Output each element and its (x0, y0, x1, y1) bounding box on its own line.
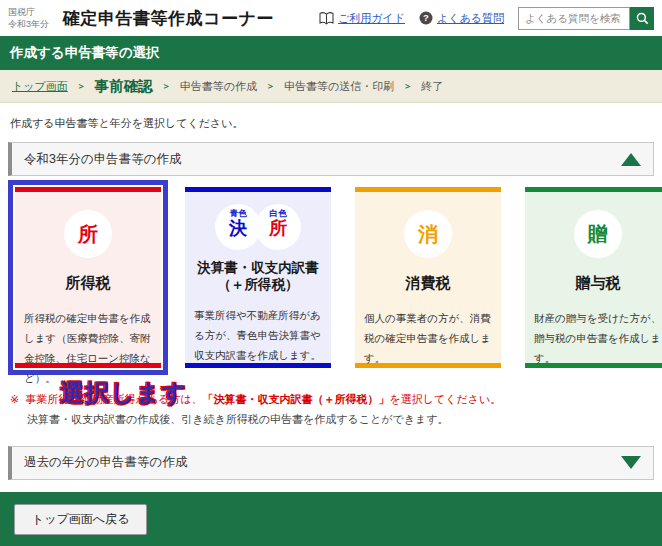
header-links: ご利用ガイド ? よくある質問 (319, 7, 654, 30)
app-header: 国税庁 令和3年分 確定申告書等作成コーナー ご利用ガイド ? よくある質問 (0, 0, 662, 36)
consumption-tax-badge-icon: 消 (404, 210, 452, 258)
agency-label: 国税庁 令和3年分 (8, 7, 49, 30)
note-line-1: ※事業所得や不動産所得がある方は、「決算書・収支内訳書（＋所得税）」を選択してく… (10, 390, 652, 410)
footer-bar: トップ画面へ戻る (0, 492, 662, 546)
card-description: 所得税の確定申告書を作成します（医療費控除、寄附金控除、住宅ローン控除など）。 (24, 309, 152, 389)
blue-white-badge-icons: 青色 決 白色 所 (194, 204, 322, 250)
search-button[interactable] (630, 7, 654, 30)
section-title: 過去の年分の申告書等の作成 (24, 454, 187, 471)
breadcrumb-current-step: 事前確認 (95, 77, 153, 96)
tax-filing-page: { "header": { "agency_line1": "国税庁", "ag… (0, 0, 662, 546)
note-marker: ※ (10, 393, 19, 405)
expand-arrow-icon[interactable] (621, 456, 641, 469)
card-description: 個人の事業者の方が、消費税の確定申告書を作成します。 (364, 309, 492, 369)
card-consumption-tax[interactable]: 消 消費税 個人の事業者の方が、消費税の確定申告書を作成します。 (348, 180, 508, 375)
note-line-2: 決算書・収支内訳書の作成後、引き続き所得税の申告書を作成することができます。 (27, 410, 652, 430)
gift-tax-badge-icon: 贈 (574, 210, 622, 258)
breadcrumb-step: 申告書等の作成 (180, 79, 257, 94)
breadcrumb: トップ画面 ＞ 事前確認 ＞ 申告書等の作成 ＞ 申告書等の送信・印刷 ＞ 終了 (0, 70, 662, 103)
card-income-tax[interactable]: 所 所得税 所得税の確定申告書を作成します（医療費控除、寄附金控除、住宅ローン控… (8, 180, 168, 375)
chevron-separator: ＞ (162, 80, 171, 93)
instruction-text: 作成する申告書等と年分を選択してください。 (0, 103, 662, 142)
collapse-arrow-icon[interactable] (621, 153, 641, 166)
card-description: 財産の贈与を受けた方が、贈与税の申告書を作成します。 (534, 309, 662, 369)
current-year-section-header[interactable]: 令和3年分の申告書等の作成 (8, 142, 654, 176)
white-return-badge-icon: 白色 所 (255, 204, 301, 250)
note: ※事業所得や不動産所得がある方は、「決算書・収支内訳書（＋所得税）」を選択してく… (10, 390, 652, 430)
book-icon (319, 12, 334, 25)
chevron-separator: ＞ (77, 80, 86, 93)
back-to-top-button[interactable]: トップ画面へ戻る (14, 504, 147, 535)
breadcrumb-step: 終了 (421, 79, 443, 94)
past-years-section-header[interactable]: 過去の年分の申告書等の作成 (8, 446, 654, 480)
faq-link[interactable]: ? よくある質問 (419, 11, 504, 26)
search-input[interactable] (518, 7, 630, 30)
section-title: 令和3年分の申告書等の作成 (24, 151, 182, 168)
page-title: 作成する申告書等の選択 (0, 36, 662, 70)
question-icon: ? (419, 11, 433, 25)
card-gift-tax[interactable]: 贈 贈与税 財産の贈与を受けた方が、贈与税の申告書を作成します。 (518, 180, 662, 375)
breadcrumb-top-link[interactable]: トップ画面 (12, 79, 68, 94)
card-title: 消費税 (364, 274, 492, 293)
card-title: 所得税 (24, 274, 152, 293)
faq-search (518, 7, 654, 30)
card-title: 贈与税 (534, 274, 662, 293)
card-title: 決算書・収支内訳書 （＋所得税） (194, 260, 322, 294)
tax-type-cards: 所 所得税 所得税の確定申告書を作成します（医療費控除、寄附金控除、住宅ローン控… (8, 180, 654, 375)
chevron-separator: ＞ (403, 80, 412, 93)
income-tax-badge-icon: 所 (64, 210, 112, 258)
card-financial-statements[interactable]: 青色 決 白色 所 決算書・収支内訳書 （＋所得税） 事業所得や不動産所得がある… (178, 180, 338, 375)
card-description: 事業所得や不動産所得がある方が、青色申告決算書や収支内訳書を作成します。 (194, 306, 322, 366)
chevron-separator: ＞ (266, 80, 275, 93)
search-icon (636, 12, 649, 25)
app-title: 確定申告書等作成コーナー (63, 7, 274, 30)
breadcrumb-step: 申告書等の送信・印刷 (284, 79, 394, 94)
svg-text:?: ? (423, 12, 429, 23)
guide-link[interactable]: ご利用ガイド (319, 11, 405, 26)
